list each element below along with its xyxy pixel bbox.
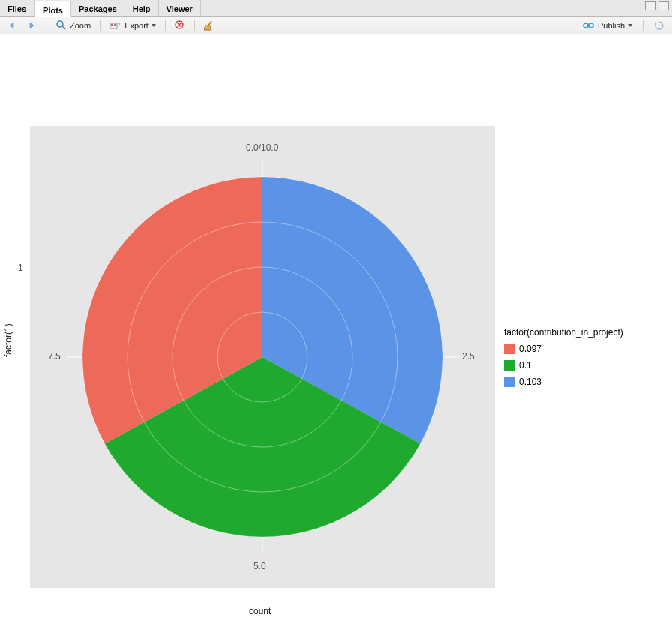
maximize-pane-button[interactable]: [658, 2, 669, 10]
tab-label: Files: [8, 4, 26, 14]
publish-area: Publish: [580, 16, 668, 34]
publish-button[interactable]: Publish: [580, 20, 635, 32]
zoom-icon: [56, 20, 67, 31]
zoom-label: Zoom: [70, 21, 91, 30]
legend-item-0.097: 0.097: [504, 340, 623, 357]
plot-panel: 0.0/10.0 2.5 5.0 7.5 1 factor(1) count f…: [0, 34, 672, 642]
export-icon: [110, 20, 122, 31]
tick-top: 0.0/10.0: [246, 142, 278, 153]
y-tick-1: 1: [18, 262, 23, 273]
tab-label: Plots: [43, 6, 63, 15]
svg-rect-3: [111, 24, 113, 26]
y-axis-label: factor(1): [3, 323, 14, 357]
toolbar-separator: [643, 20, 644, 32]
svg-rect-4: [114, 24, 116, 26]
arrow-right-icon: [27, 21, 38, 30]
remove-icon: [175, 20, 185, 31]
y-tick-mark: [24, 266, 28, 266]
window-controls: [645, 2, 669, 10]
clear-plots-button[interactable]: [201, 20, 219, 32]
tick-left: 7.5: [48, 351, 61, 362]
toolbar-separator: [46, 20, 47, 32]
remove-plot-button[interactable]: [172, 20, 188, 32]
broom-icon: [204, 20, 216, 31]
prev-plot-button[interactable]: [4, 20, 21, 31]
legend-label: 0.1: [519, 360, 532, 370]
legend-item-0.1: 0.1: [504, 357, 623, 374]
pie-chart: [30, 126, 495, 588]
arrow-left-icon: [8, 21, 18, 30]
legend-swatch: [504, 344, 514, 354]
legend-label: 0.097: [519, 344, 542, 354]
caret-down-icon: [628, 24, 632, 27]
export-button[interactable]: Export: [106, 20, 159, 32]
tab-label: Help: [133, 4, 151, 14]
tab-packages[interactable]: Packages: [71, 0, 125, 16]
legend-title: factor(contribution_in_project): [504, 327, 623, 338]
toolbar-separator: [100, 20, 100, 32]
tab-label: Packages: [79, 4, 117, 14]
svg-point-10: [589, 23, 593, 28]
caret-down-icon: [152, 24, 156, 27]
refresh-icon: [654, 20, 664, 31]
svg-line-1: [62, 26, 65, 29]
legend-label: 0.103: [519, 376, 542, 387]
tab-plots[interactable]: Plots: [34, 1, 71, 16]
svg-point-9: [584, 23, 588, 28]
tick-right: 2.5: [462, 351, 475, 362]
svg-line-8: [208, 21, 212, 26]
tab-files[interactable]: Files: [0, 0, 34, 16]
pane-tab-strip: Files Plots Packages Help Viewer: [0, 0, 672, 16]
legend-swatch: [504, 376, 514, 387]
legend-swatch: [504, 360, 514, 370]
toolbar-separator: [194, 20, 195, 32]
legend: factor(contribution_in_project) 0.097 0.…: [504, 327, 623, 390]
zoom-button[interactable]: Zoom: [53, 20, 94, 32]
plots-toolbar: Zoom Export Publish: [0, 16, 672, 34]
legend-item-0.103: 0.103: [504, 374, 623, 390]
publish-label: Publish: [598, 21, 625, 30]
tick-bottom: 5.0: [254, 561, 266, 572]
publish-icon: [583, 20, 595, 31]
minimize-pane-button[interactable]: [645, 2, 656, 10]
refresh-plot-button[interactable]: [651, 20, 668, 32]
toolbar-separator: [165, 20, 166, 32]
tab-viewer[interactable]: Viewer: [159, 0, 201, 16]
tab-label: Viewer: [166, 4, 193, 14]
next-plot-button[interactable]: [24, 20, 40, 31]
export-label: Export: [124, 21, 148, 30]
svg-point-0: [57, 21, 63, 27]
tab-help[interactable]: Help: [125, 0, 159, 16]
x-axis-label: count: [249, 606, 271, 616]
